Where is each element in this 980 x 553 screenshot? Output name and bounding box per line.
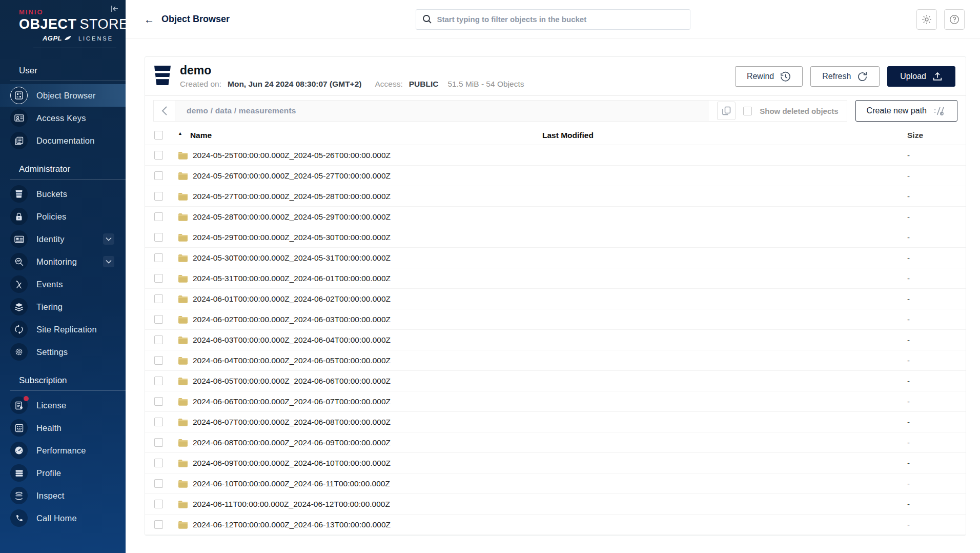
- navigate-up-button[interactable]: [154, 101, 175, 121]
- upload-button[interactable]: Upload: [887, 66, 955, 87]
- table-row[interactable]: 2024-05-27T00:00:00.000Z_2024-05-28T00:0…: [145, 186, 966, 207]
- row-checkbox[interactable]: [154, 315, 163, 324]
- row-checkbox[interactable]: [154, 479, 163, 488]
- object-name[interactable]: 2024-06-01T00:00:00.000Z_2024-06-02T00:0…: [193, 294, 391, 304]
- row-checkbox[interactable]: [154, 192, 163, 201]
- row-checkbox[interactable]: [154, 356, 163, 365]
- row-checkbox[interactable]: [154, 253, 163, 262]
- column-name[interactable]: ▲ Name: [178, 131, 542, 140]
- sidebar-item-events[interactable]: Events: [0, 273, 126, 295]
- table-row[interactable]: 2024-06-06T00:00:00.000Z_2024-06-07T00:0…: [145, 391, 966, 412]
- row-checkbox[interactable]: [154, 171, 163, 180]
- object-name[interactable]: 2024-05-29T00:00:00.000Z_2024-05-30T00:0…: [193, 233, 391, 242]
- object-name[interactable]: 2024-06-06T00:00:00.000Z_2024-06-07T00:0…: [193, 397, 391, 406]
- object-name[interactable]: 2024-06-11T00:00:00.000Z_2024-06-12T00:0…: [193, 500, 390, 509]
- row-checkbox[interactable]: [154, 274, 163, 283]
- collapse-sidebar-icon[interactable]: [109, 3, 120, 14]
- sidebar-item-tiering[interactable]: Tiering: [0, 295, 126, 318]
- table-row[interactable]: 2024-05-25T00:00:00.000Z_2024-05-26T00:0…: [145, 145, 966, 166]
- object-name[interactable]: 2024-06-05T00:00:00.000Z_2024-06-06T00:0…: [193, 377, 391, 386]
- sidebar-item-settings[interactable]: Settings: [0, 341, 126, 363]
- table-row[interactable]: 2024-06-02T00:00:00.000Z_2024-06-03T00:0…: [145, 309, 966, 330]
- object-name[interactable]: 2024-05-31T00:00:00.000Z_2024-06-01T00:0…: [193, 274, 391, 283]
- object-name[interactable]: 2024-05-30T00:00:00.000Z_2024-05-31T00:0…: [193, 253, 391, 263]
- sidebar-item-label: Profile: [36, 468, 61, 478]
- breadcrumb[interactable]: demo / data / measurements: [175, 101, 709, 121]
- refresh-button[interactable]: Refresh: [810, 66, 880, 87]
- sidebar-item-policies[interactable]: Policies: [0, 205, 126, 228]
- select-all-checkbox[interactable]: [154, 131, 163, 140]
- sidebar-item-profile[interactable]: Profile: [0, 462, 126, 484]
- row-checkbox[interactable]: [154, 294, 163, 303]
- sidebar-item-site-replication[interactable]: Site Replication: [0, 318, 126, 341]
- object-name[interactable]: 2024-05-25T00:00:00.000Z_2024-05-26T00:0…: [193, 151, 391, 160]
- object-name[interactable]: 2024-06-08T00:00:00.000Z_2024-06-09T00:0…: [193, 438, 391, 447]
- rewind-button[interactable]: Rewind: [735, 66, 803, 87]
- row-checkbox[interactable]: [154, 377, 163, 385]
- table-row[interactable]: 2024-06-09T00:00:00.000Z_2024-06-10T00:0…: [145, 453, 966, 473]
- row-checkbox[interactable]: [154, 438, 163, 447]
- table-row[interactable]: 2024-06-04T00:00:00.000Z_2024-06-05T00:0…: [145, 350, 966, 371]
- row-checkbox[interactable]: [154, 397, 163, 406]
- settings-button[interactable]: [916, 9, 937, 30]
- object-name[interactable]: 2024-06-04T00:00:00.000Z_2024-06-05T00:0…: [193, 356, 391, 365]
- back-arrow-icon[interactable]: ←: [144, 14, 154, 25]
- show-deleted-checkbox[interactable]: [743, 107, 752, 115]
- search-input[interactable]: [437, 15, 684, 24]
- table-row[interactable]: 2024-06-03T00:00:00.000Z_2024-06-04T00:0…: [145, 330, 966, 350]
- table-row[interactable]: 2024-06-12T00:00:00.000Z_2024-06-13T00:0…: [145, 515, 966, 535]
- table-row[interactable]: 2024-05-31T00:00:00.000Z_2024-06-01T00:0…: [145, 268, 966, 289]
- row-checkbox[interactable]: [154, 500, 163, 508]
- row-checkbox[interactable]: [154, 459, 163, 467]
- table-row[interactable]: 2024-06-05T00:00:00.000Z_2024-06-06T00:0…: [145, 371, 966, 391]
- object-name[interactable]: 2024-06-07T00:00:00.000Z_2024-06-08T00:0…: [193, 418, 391, 427]
- help-button[interactable]: [944, 9, 965, 30]
- show-deleted-label[interactable]: Show deleted objects: [760, 107, 838, 115]
- minio-logo[interactable]: MINIO OBJECTSTORE AGPL LICENSE: [0, 0, 126, 53]
- object-name[interactable]: 2024-06-02T00:00:00.000Z_2024-06-03T00:0…: [193, 315, 391, 324]
- table-row[interactable]: 2024-05-26T00:00:00.000Z_2024-05-27T00:0…: [145, 166, 966, 186]
- sidebar-item-access-keys[interactable]: Access Keys: [0, 107, 126, 129]
- create-new-path-button[interactable]: Create new path: [855, 100, 957, 122]
- sort-asc-icon[interactable]: ▲: [178, 131, 182, 136]
- row-checkbox[interactable]: [154, 520, 163, 529]
- object-name[interactable]: 2024-05-28T00:00:00.000Z_2024-05-29T00:0…: [193, 212, 391, 222]
- table-row[interactable]: 2024-05-30T00:00:00.000Z_2024-05-31T00:0…: [145, 248, 966, 268]
- table-row[interactable]: 2024-06-07T00:00:00.000Z_2024-06-08T00:0…: [145, 412, 966, 432]
- sidebar-item-health[interactable]: Health: [0, 417, 126, 439]
- object-name[interactable]: 2024-06-03T00:00:00.000Z_2024-06-04T00:0…: [193, 335, 391, 345]
- row-checkbox[interactable]: [154, 233, 163, 242]
- access-value[interactable]: PUBLIC: [409, 80, 439, 89]
- sidebar-item-license[interactable]: License: [0, 394, 126, 417]
- table-row[interactable]: 2024-05-28T00:00:00.000Z_2024-05-29T00:0…: [145, 207, 966, 227]
- table-row[interactable]: 2024-06-11T00:00:00.000Z_2024-06-12T00:0…: [145, 494, 966, 515]
- row-checkbox[interactable]: [154, 151, 163, 160]
- sidebar-item-documentation[interactable]: Documentation: [0, 129, 126, 152]
- table-row[interactable]: 2024-06-08T00:00:00.000Z_2024-06-09T00:0…: [145, 432, 966, 453]
- sidebar-item-monitoring[interactable]: Monitoring: [0, 250, 126, 273]
- object-name[interactable]: 2024-05-26T00:00:00.000Z_2024-05-27T00:0…: [193, 171, 391, 181]
- column-size[interactable]: Size: [907, 131, 956, 140]
- table-row[interactable]: 2024-06-10T00:00:00.000Z_2024-06-11T00:0…: [145, 473, 966, 494]
- object-name[interactable]: 2024-06-09T00:00:00.000Z_2024-06-10T00:0…: [193, 459, 391, 468]
- row-checkbox[interactable]: [154, 335, 163, 344]
- back-to-buckets[interactable]: ← Object Browser: [126, 14, 230, 25]
- object-name[interactable]: 2024-06-10T00:00:00.000Z_2024-06-11T00:0…: [193, 479, 390, 488]
- sidebar-item-performance[interactable]: Performance: [0, 439, 126, 462]
- sidebar-item-object-browser[interactable]: Object Browser: [0, 84, 126, 107]
- sidebar-item-label: Object Browser: [36, 91, 96, 101]
- chevron-down-icon[interactable]: [103, 256, 114, 267]
- object-name[interactable]: 2024-05-27T00:00:00.000Z_2024-05-28T00:0…: [193, 192, 391, 201]
- table-row[interactable]: 2024-05-29T00:00:00.000Z_2024-05-30T00:0…: [145, 227, 966, 248]
- table-row[interactable]: 2024-06-01T00:00:00.000Z_2024-06-02T00:0…: [145, 289, 966, 309]
- sidebar-item-inspect[interactable]: Inspect: [0, 484, 126, 507]
- sidebar-item-buckets[interactable]: Buckets: [0, 183, 126, 205]
- object-name[interactable]: 2024-06-12T00:00:00.000Z_2024-06-13T00:0…: [193, 520, 391, 529]
- copy-path-button[interactable]: [717, 102, 736, 120]
- row-checkbox[interactable]: [154, 212, 163, 221]
- column-last-modified[interactable]: Last Modified: [542, 131, 907, 140]
- sidebar-item-call-home[interactable]: Call Home: [0, 507, 126, 529]
- row-checkbox[interactable]: [154, 418, 163, 426]
- chevron-down-icon[interactable]: [103, 233, 114, 245]
- sidebar-item-identity[interactable]: Identity: [0, 228, 126, 250]
